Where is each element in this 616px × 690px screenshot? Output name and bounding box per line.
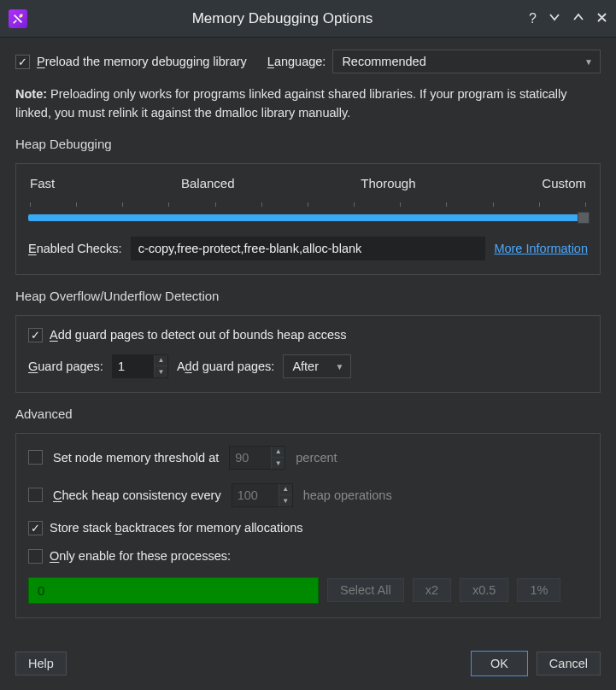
check-spinbox[interactable]: ▲▼: [232, 483, 293, 507]
spin-up-icon[interactable]: ▲: [279, 484, 292, 496]
app-icon: [9, 9, 27, 28]
backtrace-row: Store stack backtraces for memory alloca…: [28, 521, 588, 535]
only-row: Only enable for these processes:: [28, 549, 588, 564]
x05-button[interactable]: x0.5: [460, 578, 508, 602]
heap-debugging-group: Fast Balanced Thorough Custom Enabled Ch…: [15, 163, 601, 275]
add-pages-value: After: [292, 360, 319, 373]
chevron-down-icon: ▼: [584, 57, 593, 67]
backtrace-checkbox[interactable]: [28, 521, 43, 535]
processes-input[interactable]: [28, 577, 319, 604]
only-processes-label: Only enable for these processes:: [50, 549, 231, 563]
add-pages-label: Add guard pages:: [177, 360, 275, 373]
x2-button[interactable]: x2: [413, 578, 451, 602]
chevron-down-icon: ▼: [335, 361, 343, 371]
guard-pages-spinbox[interactable]: ▲▼: [112, 354, 168, 378]
processes-row: Select All x2 x0.5 1%: [28, 577, 588, 604]
maximize-icon[interactable]: [572, 11, 584, 26]
spin-up-icon[interactable]: ▲: [154, 355, 167, 367]
slider-labels: Fast Balanced Thorough Custom: [28, 176, 588, 190]
threshold-checkbox[interactable]: [28, 450, 43, 465]
enabled-checks-input[interactable]: [131, 237, 486, 260]
dialog-window: Memory Debugging Options ? Preload the m…: [0, 0, 616, 690]
language-value: Recommended: [342, 55, 425, 68]
close-icon[interactable]: [596, 11, 607, 26]
more-info-link[interactable]: More Information: [494, 242, 588, 255]
help-button[interactable]: Help: [15, 652, 67, 675]
slider-thumb[interactable]: [578, 212, 590, 224]
enabled-checks-label: Enabled Checks:: [28, 242, 122, 255]
dialog-content: Preload the memory debugging library Lan…: [0, 38, 616, 640]
spin-down-icon[interactable]: ▼: [154, 366, 167, 377]
enabled-checks-row: Enabled Checks: More Information: [28, 237, 588, 260]
help-icon[interactable]: ?: [529, 11, 537, 26]
cancel-button[interactable]: Cancel: [537, 652, 601, 675]
add-guard-checkbox[interactable]: [28, 328, 43, 342]
overflow-title: Heap Overflow/Underflow Detection: [15, 284, 601, 307]
titlebar: Memory Debugging Options ?: [0, 0, 616, 38]
window-controls: ?: [529, 11, 607, 26]
dialog-title: Memory Debugging Options: [36, 10, 529, 27]
guard-pages-row: Guard pages: ▲▼ Add guard pages: After ▼: [28, 354, 588, 378]
add-guard-row: Add guard pages to detect out of bounds …: [28, 328, 588, 342]
heap-debugging-title: Heap Debugging: [15, 132, 601, 155]
threshold-input[interactable]: [230, 447, 271, 469]
ok-button[interactable]: OK: [471, 651, 528, 676]
slider-label-balanced: Balanced: [181, 176, 235, 190]
one-percent-button[interactable]: 1%: [517, 578, 560, 602]
advanced-group: Set node memory threshold at ▲▼ percent …: [15, 433, 601, 618]
check-row: Check heap consistency every ▲▼ heap ope…: [28, 483, 588, 507]
dialog-footer: Help OK Cancel: [0, 640, 616, 690]
top-row: Preload the memory debugging library Lan…: [15, 50, 601, 73]
threshold-spinbox[interactable]: ▲▼: [229, 446, 285, 470]
note-text: Note: Preloading only works for programs…: [15, 82, 601, 123]
select-all-button[interactable]: Select All: [327, 578, 404, 602]
slider-ticks: [28, 202, 588, 208]
check-input[interactable]: [232, 484, 279, 506]
check-suffix: heap operations: [303, 488, 392, 502]
guard-pages-input[interactable]: [113, 355, 154, 377]
overflow-group: Add guard pages to detect out of bounds …: [15, 315, 601, 393]
threshold-label: Set node memory threshold at: [53, 451, 219, 465]
guard-pages-label: Guard pages:: [28, 360, 103, 373]
slider-label-custom: Custom: [542, 176, 586, 190]
threshold-row: Set node memory threshold at ▲▼ percent: [28, 446, 588, 470]
backtrace-label: Store stack backtraces for memory alloca…: [50, 521, 303, 535]
slider-label-thorough: Thorough: [361, 176, 415, 190]
language-combo[interactable]: Recommended ▼: [332, 50, 601, 73]
minimize-icon[interactable]: [549, 11, 560, 26]
svg-point-0: [20, 14, 23, 17]
spin-up-icon[interactable]: ▲: [271, 447, 285, 459]
add-guard-label: Add guard pages to detect out of bounds …: [50, 328, 346, 342]
advanced-title: Advanced: [15, 401, 601, 424]
check-consistency-label: Check heap consistency every: [53, 488, 221, 502]
preload-label: Preload the memory debugging library: [37, 55, 247, 68]
threshold-suffix: percent: [296, 451, 337, 465]
check-consistency-checkbox[interactable]: [28, 488, 43, 502]
spin-down-icon[interactable]: ▼: [271, 458, 285, 469]
spin-down-icon[interactable]: ▼: [279, 495, 292, 506]
add-pages-combo[interactable]: After ▼: [283, 354, 351, 378]
only-processes-checkbox[interactable]: [28, 549, 43, 564]
slider-label-fast: Fast: [30, 176, 55, 190]
slider[interactable]: [28, 202, 588, 225]
language-label: Language:: [267, 55, 326, 68]
preload-checkbox[interactable]: [15, 55, 30, 69]
slider-track: [28, 214, 588, 221]
